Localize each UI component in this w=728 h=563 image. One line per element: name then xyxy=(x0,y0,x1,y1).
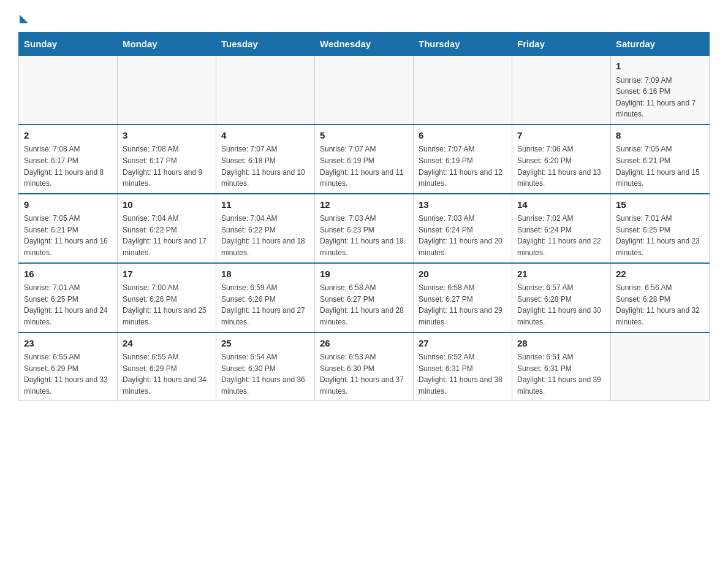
day-number: 15 xyxy=(616,198,704,212)
calendar-cell: 9Sunrise: 7:05 AMSunset: 6:21 PMDaylight… xyxy=(19,194,118,263)
day-info: Sunrise: 7:08 AMSunset: 6:17 PMDaylight:… xyxy=(123,144,211,189)
day-number: 11 xyxy=(221,198,309,212)
logo-arrow-icon xyxy=(20,15,28,23)
day-info: Sunrise: 7:06 AMSunset: 6:20 PMDaylight:… xyxy=(517,144,605,189)
day-info: Sunrise: 7:07 AMSunset: 6:19 PMDaylight:… xyxy=(320,144,408,189)
day-info: Sunrise: 7:03 AMSunset: 6:23 PMDaylight:… xyxy=(320,213,408,258)
day-number: 9 xyxy=(24,198,112,212)
day-info: Sunrise: 6:57 AMSunset: 6:28 PMDaylight:… xyxy=(517,282,605,327)
calendar-cell: 24Sunrise: 6:55 AMSunset: 6:29 PMDayligh… xyxy=(118,332,216,401)
calendar-cell: 21Sunrise: 6:57 AMSunset: 6:28 PMDayligh… xyxy=(512,263,611,332)
calendar-cell: 8Sunrise: 7:05 AMSunset: 6:21 PMDaylight… xyxy=(611,124,710,194)
weekday-header-monday: Monday xyxy=(118,33,216,56)
day-info: Sunrise: 7:04 AMSunset: 6:22 PMDaylight:… xyxy=(221,213,309,258)
calendar-header-row: SundayMondayTuesdayWednesdayThursdayFrid… xyxy=(19,33,710,56)
day-info: Sunrise: 6:58 AMSunset: 6:27 PMDaylight:… xyxy=(320,282,408,327)
day-number: 26 xyxy=(320,337,408,351)
weekday-header-tuesday: Tuesday xyxy=(216,33,315,56)
calendar-cell: 5Sunrise: 7:07 AMSunset: 6:19 PMDaylight… xyxy=(315,124,414,194)
calendar-cell xyxy=(512,56,611,124)
calendar-cell: 4Sunrise: 7:07 AMSunset: 6:18 PMDaylight… xyxy=(216,124,315,194)
day-number: 28 xyxy=(517,337,605,351)
weekday-header-wednesday: Wednesday xyxy=(315,33,414,56)
calendar-cell: 10Sunrise: 7:04 AMSunset: 6:22 PMDayligh… xyxy=(118,194,216,263)
day-info: Sunrise: 6:59 AMSunset: 6:26 PMDaylight:… xyxy=(221,282,309,327)
day-info: Sunrise: 6:52 AMSunset: 6:31 PMDaylight:… xyxy=(419,351,507,397)
calendar-cell: 18Sunrise: 6:59 AMSunset: 6:26 PMDayligh… xyxy=(216,263,315,332)
calendar-week-row: 2Sunrise: 7:08 AMSunset: 6:17 PMDaylight… xyxy=(19,124,710,194)
day-number: 17 xyxy=(123,267,211,282)
day-number: 5 xyxy=(320,129,408,143)
day-info: Sunrise: 7:04 AMSunset: 6:22 PMDaylight:… xyxy=(123,213,211,258)
day-number: 7 xyxy=(517,129,605,143)
day-number: 14 xyxy=(517,198,605,212)
day-info: Sunrise: 7:01 AMSunset: 6:25 PMDaylight:… xyxy=(616,213,704,258)
calendar-cell: 26Sunrise: 6:53 AMSunset: 6:30 PMDayligh… xyxy=(315,332,414,401)
day-number: 2 xyxy=(24,129,112,143)
calendar-week-row: 9Sunrise: 7:05 AMSunset: 6:21 PMDaylight… xyxy=(19,194,710,263)
calendar-cell xyxy=(611,332,710,401)
calendar-cell xyxy=(414,56,512,124)
calendar-table: SundayMondayTuesdayWednesdayThursdayFrid… xyxy=(18,32,710,401)
calendar-cell: 20Sunrise: 6:58 AMSunset: 6:27 PMDayligh… xyxy=(414,263,512,332)
page-header xyxy=(18,12,710,22)
day-number: 22 xyxy=(616,267,704,282)
day-number: 24 xyxy=(123,337,211,351)
calendar-cell: 15Sunrise: 7:01 AMSunset: 6:25 PMDayligh… xyxy=(611,194,710,263)
day-number: 16 xyxy=(24,267,112,282)
day-number: 10 xyxy=(123,198,211,212)
calendar-cell: 23Sunrise: 6:55 AMSunset: 6:29 PMDayligh… xyxy=(19,332,118,401)
day-info: Sunrise: 6:53 AMSunset: 6:30 PMDaylight:… xyxy=(320,351,408,397)
calendar-cell: 22Sunrise: 6:56 AMSunset: 6:28 PMDayligh… xyxy=(611,263,710,332)
calendar-cell: 28Sunrise: 6:51 AMSunset: 6:31 PMDayligh… xyxy=(512,332,611,401)
day-number: 23 xyxy=(24,337,112,351)
calendar-cell: 3Sunrise: 7:08 AMSunset: 6:17 PMDaylight… xyxy=(118,124,216,194)
day-info: Sunrise: 7:05 AMSunset: 6:21 PMDaylight:… xyxy=(24,213,112,258)
day-number: 20 xyxy=(419,267,507,282)
day-number: 12 xyxy=(320,198,408,212)
day-number: 19 xyxy=(320,267,408,282)
day-info: Sunrise: 6:55 AMSunset: 6:29 PMDaylight:… xyxy=(24,351,112,397)
day-info: Sunrise: 6:54 AMSunset: 6:30 PMDaylight:… xyxy=(221,351,309,397)
calendar-cell: 14Sunrise: 7:02 AMSunset: 6:24 PMDayligh… xyxy=(512,194,611,263)
logo xyxy=(18,12,28,22)
day-number: 8 xyxy=(616,129,704,143)
calendar-cell: 1Sunrise: 7:09 AMSunset: 6:16 PMDaylight… xyxy=(611,56,710,124)
day-number: 21 xyxy=(517,267,605,282)
calendar-cell xyxy=(216,56,315,124)
calendar-cell: 11Sunrise: 7:04 AMSunset: 6:22 PMDayligh… xyxy=(216,194,315,263)
day-number: 27 xyxy=(419,337,507,351)
day-info: Sunrise: 6:56 AMSunset: 6:28 PMDaylight:… xyxy=(616,282,704,327)
day-number: 3 xyxy=(123,129,211,143)
calendar-cell: 19Sunrise: 6:58 AMSunset: 6:27 PMDayligh… xyxy=(315,263,414,332)
calendar-cell: 6Sunrise: 7:07 AMSunset: 6:19 PMDaylight… xyxy=(414,124,512,194)
calendar-cell: 17Sunrise: 7:00 AMSunset: 6:26 PMDayligh… xyxy=(118,263,216,332)
calendar-cell xyxy=(19,56,118,124)
calendar-week-row: 23Sunrise: 6:55 AMSunset: 6:29 PMDayligh… xyxy=(19,332,710,401)
calendar-cell xyxy=(315,56,414,124)
day-info: Sunrise: 7:07 AMSunset: 6:18 PMDaylight:… xyxy=(221,144,309,189)
calendar-week-row: 16Sunrise: 7:01 AMSunset: 6:25 PMDayligh… xyxy=(19,263,710,332)
calendar-week-row: 1Sunrise: 7:09 AMSunset: 6:16 PMDaylight… xyxy=(19,56,710,124)
day-info: Sunrise: 7:02 AMSunset: 6:24 PMDaylight:… xyxy=(517,213,605,258)
day-info: Sunrise: 7:00 AMSunset: 6:26 PMDaylight:… xyxy=(123,282,211,327)
calendar-cell: 2Sunrise: 7:08 AMSunset: 6:17 PMDaylight… xyxy=(19,124,118,194)
calendar-cell: 25Sunrise: 6:54 AMSunset: 6:30 PMDayligh… xyxy=(216,332,315,401)
calendar-cell: 7Sunrise: 7:06 AMSunset: 6:20 PMDaylight… xyxy=(512,124,611,194)
day-info: Sunrise: 6:55 AMSunset: 6:29 PMDaylight:… xyxy=(123,351,211,397)
day-number: 18 xyxy=(221,267,309,282)
weekday-header-saturday: Saturday xyxy=(611,33,710,56)
calendar-cell: 12Sunrise: 7:03 AMSunset: 6:23 PMDayligh… xyxy=(315,194,414,263)
day-info: Sunrise: 7:01 AMSunset: 6:25 PMDaylight:… xyxy=(24,282,112,327)
calendar-cell: 16Sunrise: 7:01 AMSunset: 6:25 PMDayligh… xyxy=(19,263,118,332)
calendar-cell: 13Sunrise: 7:03 AMSunset: 6:24 PMDayligh… xyxy=(414,194,512,263)
day-info: Sunrise: 6:58 AMSunset: 6:27 PMDaylight:… xyxy=(419,282,507,327)
calendar-cell xyxy=(118,56,216,124)
day-info: Sunrise: 7:07 AMSunset: 6:19 PMDaylight:… xyxy=(419,144,507,189)
day-number: 6 xyxy=(419,129,507,143)
day-info: Sunrise: 7:05 AMSunset: 6:21 PMDaylight:… xyxy=(616,144,704,189)
day-number: 4 xyxy=(221,129,309,143)
day-info: Sunrise: 7:03 AMSunset: 6:24 PMDaylight:… xyxy=(419,213,507,258)
weekday-header-friday: Friday xyxy=(512,33,611,56)
day-info: Sunrise: 7:09 AMSunset: 6:16 PMDaylight:… xyxy=(616,75,704,120)
